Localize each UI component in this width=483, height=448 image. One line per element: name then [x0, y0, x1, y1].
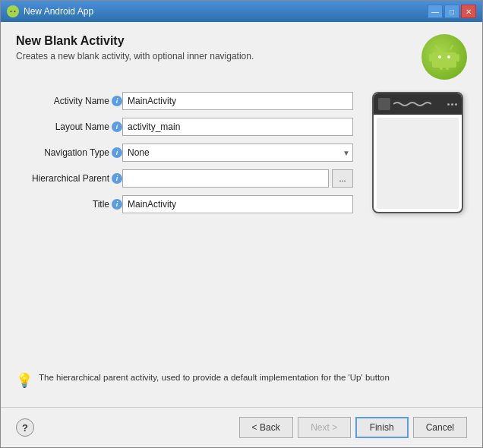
help-button[interactable]: ?: [16, 418, 34, 437]
layout-name-row: Layout Name i: [16, 118, 353, 136]
main-window: New Android App — □ ✕ New Blank Activity…: [0, 0, 483, 448]
activity-name-info-icon[interactable]: i: [112, 96, 122, 106]
dialog-footer: ? < Back Next > Finish Cancel: [1, 407, 482, 447]
footer-buttons: < Back Next > Finish Cancel: [239, 417, 467, 438]
layout-name-label: Layout Name i: [16, 121, 122, 132]
phone-nav-icon: [378, 98, 390, 110]
title-bar: New Android App — □ ✕: [1, 1, 482, 22]
hierarchical-parent-input[interactable]: [122, 169, 329, 188]
svg-point-8: [438, 55, 441, 58]
title-info-icon[interactable]: i: [112, 199, 122, 210]
phone-dots: [447, 103, 457, 106]
maximize-button[interactable]: □: [444, 5, 459, 18]
page-title: New Blank Activity: [16, 34, 254, 48]
phone-dot-2: [451, 103, 453, 106]
activity-name-input[interactable]: [122, 92, 353, 110]
page-subtitle: Creates a new blank activity, with optio…: [16, 51, 254, 62]
svg-line-11: [450, 46, 453, 49]
android-icon: [428, 40, 461, 74]
svg-rect-13: [456, 54, 459, 62]
hierarchical-parent-label: Hierarchical Parent i: [16, 173, 122, 184]
phone-dot-1: [447, 103, 450, 106]
phone-preview: [368, 92, 467, 353]
app-icon: [7, 5, 19, 17]
svg-point-9: [447, 55, 450, 58]
navigation-type-row: Navigation Type i None Tabs Swipe Dropdo…: [16, 144, 353, 162]
footer-left: ?: [16, 418, 34, 437]
title-label: Title i: [16, 199, 122, 210]
svg-point-3: [14, 11, 16, 12]
layout-name-input[interactable]: [122, 118, 353, 136]
form-section: Activity Name i Layout Name i: [16, 92, 353, 353]
hierarchical-parent-row: Hierarchical Parent i ...: [16, 169, 353, 188]
next-button[interactable]: Next >: [298, 417, 351, 438]
hierarchical-parent-controls: ...: [122, 169, 353, 188]
svg-line-4: [10, 7, 11, 8]
navigation-type-info-icon[interactable]: i: [112, 147, 122, 158]
navigation-type-label: Navigation Type i: [16, 147, 122, 158]
hint-section: 💡 The hierarchical parent activity, used…: [16, 365, 467, 395]
svg-rect-14: [440, 65, 443, 70]
minimize-button[interactable]: —: [428, 5, 443, 18]
title-input[interactable]: [122, 195, 353, 213]
page-header-text: New Blank Activity Creates a new blank a…: [16, 34, 254, 62]
cancel-button[interactable]: Cancel: [413, 417, 467, 438]
svg-rect-7: [432, 52, 456, 68]
hierarchical-parent-info-icon[interactable]: i: [112, 173, 122, 184]
svg-point-2: [11, 11, 12, 12]
main-area: Activity Name i Layout Name i: [16, 92, 467, 353]
title-row: Title i: [16, 195, 353, 213]
svg-line-10: [436, 46, 438, 49]
phone-wavy-line: [393, 99, 431, 109]
activity-name-row: Activity Name i: [16, 92, 353, 110]
page-header: New Blank Activity Creates a new blank a…: [16, 34, 467, 80]
phone-screen-content: [377, 118, 459, 209]
activity-name-label: Activity Name i: [16, 96, 122, 106]
phone-top-bar: [374, 93, 462, 115]
browse-button[interactable]: ...: [332, 169, 353, 188]
phone-dot-3: [455, 103, 457, 106]
window-controls: — □ ✕: [428, 5, 476, 18]
android-logo: [421, 34, 467, 80]
dialog-content: New Blank Activity Creates a new blank a…: [1, 22, 482, 407]
finish-button[interactable]: Finish: [355, 417, 409, 438]
close-button[interactable]: ✕: [461, 5, 476, 18]
title-bar-left: New Android App: [7, 5, 93, 17]
hint-text: The hierarchical parent activity, used t…: [39, 371, 390, 383]
svg-rect-12: [429, 54, 432, 62]
navigation-type-select[interactable]: None Tabs Swipe Dropdown: [122, 144, 353, 162]
svg-rect-15: [446, 65, 449, 70]
svg-line-5: [15, 7, 16, 8]
hint-icon: 💡: [16, 372, 33, 389]
back-button[interactable]: < Back: [239, 417, 293, 438]
window-title: New Android App: [24, 6, 93, 17]
layout-name-info-icon[interactable]: i: [112, 121, 122, 132]
navigation-type-wrapper: None Tabs Swipe Dropdown ▼: [122, 144, 353, 162]
phone-mockup: [372, 92, 463, 213]
